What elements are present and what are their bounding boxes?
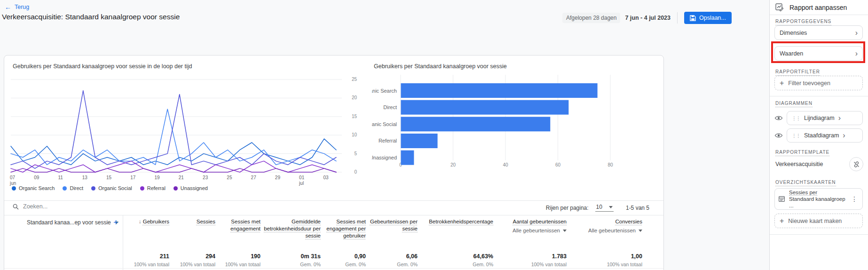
column-header-betrokkenheidspercentage[interactable]: Betrokkenheidspercentage <box>418 218 494 239</box>
drag-handle-icon[interactable]: ⋮⋮ <box>792 133 800 138</box>
bar-chart: 020406080Organic SearchDirectOrganic Soc… <box>372 70 661 169</box>
line-chart-row: ⋮⋮ Lijndiagram › <box>774 111 863 125</box>
bar-chart-row: ⋮⋮ Staafdiagram › <box>774 128 863 143</box>
chevron-right-icon: › <box>855 29 858 37</box>
values-item[interactable]: Waarden › <box>774 46 863 61</box>
save-button[interactable]: Opslaan... <box>684 12 732 24</box>
column-header-label: Gemiddelde betrokkenheidsduur per sessie <box>264 219 321 238</box>
dimensions-item[interactable]: Dimensies › <box>774 25 863 40</box>
line-chart-item[interactable]: ⋮⋮ Lijndiagram › <box>787 111 863 125</box>
divider <box>770 15 868 15</box>
legend-dot-icon <box>174 186 178 191</box>
link-off-icon <box>853 161 860 167</box>
column-header-aantal-gebeurtenissen[interactable]: Aantal gebeurtenissenAlle gebeurtenissen <box>494 218 568 239</box>
dropdown-caret-icon <box>609 206 613 208</box>
unlink-template-button[interactable] <box>849 157 863 171</box>
svg-text:29: 29 <box>275 175 281 180</box>
section-report-template: RAPPORTTEMPLATE <box>775 150 829 155</box>
legend-item: Direct <box>63 185 83 191</box>
panel-header: Rapport aanpassen <box>775 3 847 11</box>
column-header-label: Sessies met engagement per gebruiker <box>326 219 366 238</box>
report-template-row: Verkeersacquisitie <box>775 157 863 171</box>
summary-card-item[interactable]: Sessies per Standaard kanaalgroep ... ⋮ <box>774 188 863 210</box>
template-name: Verkeersacquisitie <box>775 161 849 167</box>
rows-per-page-label: Rijen per pagina: <box>546 205 589 211</box>
svg-text:20: 20 <box>352 95 357 100</box>
event-filter-value: Alle gebeurtenissen <box>513 227 560 234</box>
line-chart: 051015202507jun091113151719212325272901j… <box>7 71 360 186</box>
svg-text:0: 0 <box>354 169 357 175</box>
back-link[interactable]: ← Terug <box>5 4 29 10</box>
chevron-right-icon: › <box>855 50 858 57</box>
event-filter-dropdown[interactable]: Alle gebeurtenissen <box>494 227 567 234</box>
date-preset-pill[interactable]: Afgelopen 28 dagen <box>562 13 620 23</box>
divider <box>4 200 663 201</box>
bar-chart-label: Staafdiagram <box>804 132 839 139</box>
line-chart-label: Lijndiagram <box>804 115 835 121</box>
summary-card-icon <box>779 196 785 202</box>
add-dimension-button[interactable]: + <box>113 217 118 228</box>
svg-text:Organic Search: Organic Search <box>372 88 397 94</box>
svg-text:Direct: Direct <box>383 104 397 110</box>
svg-text:13: 13 <box>82 175 88 180</box>
rows-per-page-select[interactable]: 10 <box>595 204 614 212</box>
totals-value: 64,63% <box>418 253 493 260</box>
svg-text:23: 23 <box>203 175 208 180</box>
totals-value: 6,06 <box>367 253 418 260</box>
svg-text:25: 25 <box>227 175 232 180</box>
line-chart-legend: Organic SearchDirectOrganic SocialReferr… <box>12 185 208 191</box>
visibility-eye-icon[interactable] <box>774 115 783 121</box>
totals-subtext: 100% van totaal <box>170 262 215 267</box>
search-placeholder: Zoeken... <box>23 203 47 210</box>
dimension-selector[interactable]: Standaard kanaa...ep voor sessie <box>27 219 118 226</box>
drag-handle-icon[interactable]: ⋮⋮ <box>792 116 800 121</box>
svg-text:11: 11 <box>58 175 63 180</box>
add-filter-button[interactable]: + Filter toevoegen <box>774 76 863 90</box>
divider <box>4 215 663 215</box>
date-range-selector[interactable]: 7 jun - 4 jul 2023 <box>625 15 671 21</box>
column-header-sessies[interactable]: Sessies <box>170 218 216 239</box>
totals-cell-betrokkenheidspercentage: 64,63%Gem. 0% <box>418 253 494 267</box>
totals-cell-sessies: 294100% van totaal <box>170 253 216 267</box>
header-controls: Afgelopen 28 dagen 7 jun - 4 jul 2023 Op… <box>562 12 732 24</box>
visibility-eye-icon[interactable] <box>774 133 783 138</box>
legend-label: Organic Social <box>98 185 132 191</box>
column-header-sessies-met-engagement-per-gebruiker[interactable]: Sessies met engagement per gebruiker <box>322 218 367 239</box>
legend-dot-icon <box>63 186 67 191</box>
bar-chart-item[interactable]: ⋮⋮ Staafdiagram › <box>787 128 863 143</box>
totals-subtext: 100% van totaal <box>494 262 567 267</box>
event-filter-value: Alle gebeurtenissen <box>588 227 636 234</box>
legend-item: Organic Social <box>91 185 132 191</box>
svg-text:5: 5 <box>354 151 357 156</box>
event-filter-dropdown[interactable]: Alle gebeurtenissen <box>568 227 642 234</box>
sort-descending-icon: ↓ <box>139 218 142 225</box>
back-arrow-icon: ← <box>5 4 11 10</box>
svg-text:27: 27 <box>251 175 257 180</box>
kebab-menu-icon[interactable]: ⋮ <box>850 195 859 203</box>
column-header-label: Gebruikers <box>143 219 169 224</box>
legend-label: Direct <box>70 185 83 191</box>
totals-subtext: Gem. 0% <box>261 262 321 267</box>
column-header-gemiddelde-betrokkenheidsduur-per-sessie[interactable]: Gemiddelde betrokkenheidsduur per sessie <box>261 218 322 239</box>
column-header-gebruikers[interactable]: ↓Gebruikers <box>123 218 170 239</box>
section-report-data: RAPPORTGEGEVENS <box>775 19 831 24</box>
column-header-sessies-met-engagement[interactable]: Sessies met engagement <box>216 218 261 239</box>
customize-report-icon <box>775 3 783 11</box>
svg-text:15: 15 <box>106 175 112 180</box>
column-header-conversies[interactable]: ConversiesAlle gebeurtenissen <box>568 218 643 239</box>
column-header-gebeurtenissen-per-sessie[interactable]: Gebeurtenissen per sessie <box>367 218 418 239</box>
table-search-input[interactable]: Zoeken... <box>13 203 47 210</box>
svg-text:01: 01 <box>299 175 305 180</box>
new-card-button[interactable]: + Nieuwe kaart maken <box>774 214 863 228</box>
totals-value: 1,00 <box>568 253 642 260</box>
svg-text:10: 10 <box>352 132 357 137</box>
svg-text:15: 15 <box>352 114 357 119</box>
totals-subtext: 100% van totaal <box>568 262 642 267</box>
svg-text:21: 21 <box>179 175 184 180</box>
column-header-label: Conversies <box>615 219 642 224</box>
legend-dot-icon <box>140 186 144 191</box>
svg-text:17: 17 <box>130 175 136 180</box>
legend-label: Unassigned <box>181 185 208 191</box>
svg-text:03: 03 <box>323 175 329 180</box>
table-totals-row: 211100% van totaal294100% van totaal1901… <box>123 253 643 267</box>
